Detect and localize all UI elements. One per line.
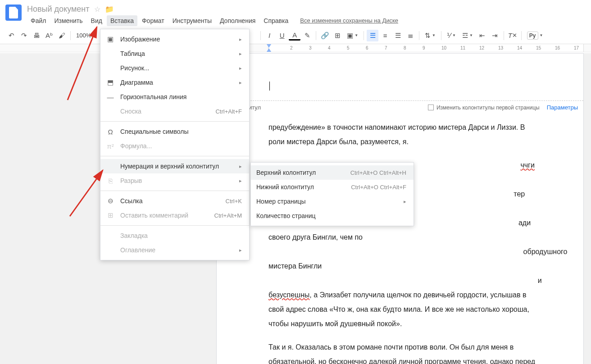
insert-menu-dropdown: ▣Изображение▸Таблица▸Рисунок...▸⬒Диаграм… (100, 29, 250, 260)
spellcheck-button[interactable]: Aᵇ (43, 30, 55, 41)
save-status[interactable]: Все изменения сохранены на Диске (300, 15, 398, 26)
docs-logo-icon[interactable] (5, 5, 22, 21)
document-body[interactable]: предубеждение» в точности напоминают ист… (268, 120, 538, 364)
chevron-right-icon: ▸ (239, 80, 242, 86)
menu-файл[interactable]: Файл (27, 15, 50, 26)
insert-menu-item[interactable]: ΩСпециальные символы (100, 124, 249, 139)
align-center-button[interactable]: ≡ (379, 30, 391, 41)
insert-menu-item: СноскаCtrl+Alt+F (100, 104, 249, 118)
menu-вставка[interactable]: Вставка (107, 15, 137, 26)
redo-button[interactable]: ↷ (18, 30, 30, 41)
insert-menu-item[interactable]: Таблица▸ (100, 46, 249, 61)
insert-menu-item: Оглавление▸ (100, 243, 249, 257)
text-color-button[interactable]: A (289, 31, 300, 41)
folder-icon[interactable]: 📁 (105, 5, 114, 14)
chevron-right-icon: ▸ (239, 178, 242, 184)
ruler[interactable]: 23456789101112131415161718 (0, 44, 591, 52)
highlight-button[interactable]: ✎ (301, 30, 313, 41)
print-button[interactable]: 🖶 (31, 30, 42, 41)
underline-button[interactable]: U (276, 30, 288, 41)
insert-menu-item[interactable]: Рисунок...▸ (100, 61, 249, 75)
align-left-button[interactable]: ☰ (367, 30, 378, 41)
header-params-link[interactable]: Параметры (547, 104, 578, 111)
text-cursor (269, 82, 270, 91)
menu-item-icon: ⊞ (106, 211, 115, 219)
insert-link-button[interactable]: 🔗 (319, 30, 331, 41)
paint-format-button[interactable]: 🖌 (56, 30, 68, 41)
toolbar: ↶ ↷ 🖶 Aᵇ 🖌 100%▼ I U A ✎ 🔗 ⊞ ▣▼ ☰ ≡ ☰ ≣ … (0, 27, 591, 44)
menu-item-icon: ▣ (106, 35, 115, 43)
header-footer-bar: ий колонтитул Изменить колонтитулы перво… (217, 100, 583, 114)
insert-comment-button[interactable]: ⊞ (332, 30, 343, 41)
italic-button[interactable]: I (264, 30, 275, 41)
menu-item-icon: ⎘ (106, 177, 115, 185)
first-page-checkbox[interactable]: Изменить колонтитулы первой страницы (428, 105, 540, 111)
line-spacing-button[interactable]: ⇅▼ (422, 30, 438, 41)
clear-formatting-button[interactable]: T✕ (507, 30, 518, 41)
numbered-list-button[interactable]: ⅟▼ (444, 30, 459, 41)
insert-menu-item[interactable]: ⬒Диаграмма▸ (100, 75, 249, 90)
header-footer-submenu: Верхний колонтитулCtrl+Alt+O Ctrl+Alt+HН… (250, 162, 414, 226)
submenu-item[interactable]: Верхний колонтитулCtrl+Alt+O Ctrl+Alt+H (251, 165, 414, 180)
submenu-item[interactable]: Нижний колонтитулCtrl+Alt+O Ctrl+Alt+F (251, 180, 414, 194)
menu-инструменты[interactable]: Инструменты (169, 15, 215, 26)
document-title[interactable]: Новый документ (27, 5, 90, 14)
chevron-right-icon: ▸ (239, 65, 242, 71)
chevron-right-icon: ▸ (404, 199, 406, 205)
insert-menu-item: Закладка (100, 228, 249, 243)
menu-формат[interactable]: Формат (138, 15, 168, 26)
insert-menu-item[interactable]: —Горизонтальная линия (100, 90, 249, 104)
insert-menu-item: ⎘Разрыв▸ (100, 173, 249, 188)
chevron-right-icon: ▸ (239, 51, 242, 57)
menu-вид[interactable]: Вид (87, 15, 106, 26)
menu-item-icon: ⬒ (106, 78, 115, 86)
star-icon[interactable]: ☆ (94, 5, 100, 14)
insert-image-button[interactable]: ▣▼ (344, 30, 361, 41)
chevron-right-icon: ▸ (239, 164, 242, 169)
menu-дополнения[interactable]: Дополнения (216, 15, 259, 26)
submenu-item[interactable]: Номер страницы▸ (251, 194, 414, 209)
chevron-right-icon: ▸ (239, 36, 242, 42)
undo-button[interactable]: ↶ (5, 30, 17, 41)
insert-menu-item[interactable]: Нумерация и верхний колонтитул▸ (100, 159, 249, 173)
app-header: Новый документ ☆ 📁 ФайлИзменитьВидВставк… (0, 0, 591, 27)
align-right-button[interactable]: ☰ (392, 30, 404, 41)
increase-indent-button[interactable]: ⇥ (489, 30, 501, 41)
zoom-selector[interactable]: 100%▼ (73, 32, 100, 39)
menu-item-icon: π² (106, 142, 115, 150)
align-justify-button[interactable]: ≣ (405, 30, 416, 41)
menu-item-icon: ⊖ (106, 197, 115, 205)
insert-menu-item[interactable]: ⊖СсылкаCtrl+K (100, 194, 249, 208)
chevron-right-icon: ▸ (239, 247, 242, 253)
menu-item-icon: Ω (106, 128, 115, 136)
menu-изменить[interactable]: Изменить (50, 15, 86, 26)
insert-menu-item: ⊞Оставить комментарийCtrl+Alt+M (100, 208, 249, 223)
bulleted-list-button[interactable]: ☲▼ (459, 30, 476, 41)
menu-item-icon: — (106, 93, 115, 101)
submenu-item[interactable]: Количество страниц (251, 209, 414, 223)
input-tools-button[interactable]: Ру▼ (524, 30, 546, 41)
menu-справка[interactable]: Справка (260, 15, 292, 26)
insert-menu-item[interactable]: ▣Изображение▸ (100, 32, 249, 46)
menubar: ФайлИзменитьВидВставкаФорматИнструментыД… (27, 15, 586, 26)
decrease-indent-button[interactable]: ⇤ (477, 30, 488, 41)
insert-menu-item: π²Формула... (100, 139, 249, 153)
